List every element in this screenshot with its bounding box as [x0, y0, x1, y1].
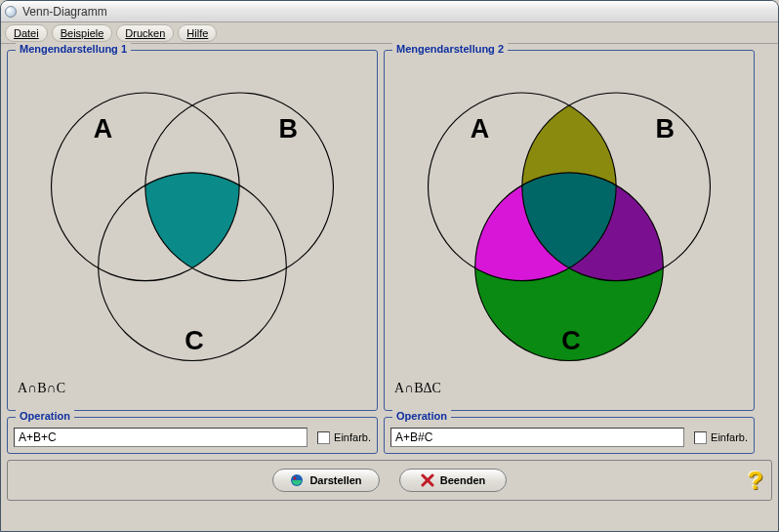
venn-canvas-2: A B C [390, 59, 748, 381]
content-area: Mengendarstellung 1 [1, 44, 778, 507]
label-b-2: B [656, 114, 675, 143]
render-button[interactable]: Darstellen [272, 469, 380, 492]
monochrome-label-1: Einfarb. [334, 431, 371, 443]
label-a-1: A [94, 114, 112, 143]
operation-legend-1: Operation [16, 410, 74, 422]
close-button[interactable]: Beenden [399, 469, 507, 492]
menu-file[interactable]: Datei [5, 24, 48, 42]
label-b-1: B [279, 114, 298, 143]
close-button-label: Beenden [440, 474, 485, 486]
formula-1: A∩B∩C [14, 381, 371, 396]
venn-panel-2-title: Mengendarstellung 2 [392, 43, 508, 55]
app-window: Venn-Diagramm Datei Beispiele Drucken Hi… [0, 0, 779, 532]
app-icon [5, 6, 17, 18]
help-icon[interactable]: ? [748, 466, 763, 496]
menu-examples[interactable]: Beispiele [52, 24, 113, 42]
monochrome-checkbox-1[interactable] [317, 431, 330, 444]
operation-legend-2: Operation [392, 410, 451, 422]
menu-help[interactable]: Hilfe [178, 24, 217, 42]
venn-canvas-1: A B C [14, 59, 371, 381]
formula-2: A∩BΔC [390, 381, 748, 396]
titlebar[interactable]: Venn-Diagramm [1, 1, 778, 22]
window-title: Venn-Diagramm [22, 5, 107, 19]
menu-print[interactable]: Drucken [116, 24, 174, 42]
label-c-2: C [561, 326, 580, 355]
operation-box-2: Operation Einfarb. [384, 417, 755, 454]
venn-panel-1: Mengendarstellung 1 [7, 50, 378, 411]
venn-panel-1-title: Mengendarstellung 1 [16, 43, 131, 55]
menubar: Datei Beispiele Drucken Hilfe [1, 22, 778, 44]
venn-panel-2: Mengendarstellung 2 [384, 50, 755, 411]
monochrome-option-2[interactable]: Einfarb. [694, 431, 748, 444]
label-c-1: C [184, 326, 203, 355]
render-button-label: Darstellen [309, 474, 361, 486]
globe-icon [290, 473, 304, 487]
operation-box-1: Operation Einfarb. [7, 417, 378, 454]
venn-row: Mengendarstellung 1 [7, 50, 772, 411]
operation-input-2[interactable] [390, 428, 684, 447]
close-icon [421, 473, 434, 487]
monochrome-checkbox-2[interactable] [694, 431, 707, 444]
monochrome-option-1[interactable]: Einfarb. [317, 431, 371, 444]
operation-input-1[interactable] [14, 428, 308, 447]
operation-row: Operation Einfarb. Operation Einfarb. [7, 411, 772, 454]
monochrome-label-2: Einfarb. [711, 431, 748, 443]
footer-bar: Darstellen Beenden ? [7, 460, 772, 501]
svg-point-25 [294, 477, 297, 480]
label-a-2: A [471, 114, 489, 143]
